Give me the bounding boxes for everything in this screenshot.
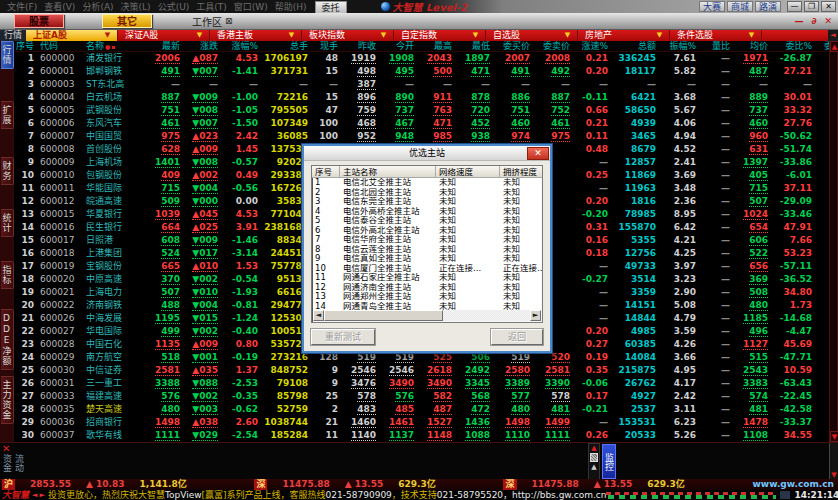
table-row[interactable]: 1600000浦发银行2006▲0874.5317061974819191908… — [14, 52, 829, 65]
column-header[interactable]: 涨速% — [574, 41, 612, 51]
table-row[interactable]: 2600001邯郸钢铁491▼007-1.4137173115498495500… — [14, 65, 829, 78]
chevron-down-icon[interactable]: ▼ — [473, 30, 478, 41]
menu-item[interactable]: 工具(T) — [196, 2, 227, 12]
panel-scroll-down-icon[interactable]: ▼ — [830, 471, 838, 479]
chevron-down-icon[interactable]: ▼ — [565, 30, 570, 41]
menu-item[interactable]: 分析(A) — [82, 2, 113, 12]
hscroll-left-icon[interactable]: ◄ — [313, 310, 324, 321]
table-row[interactable]: 6600006东风汽车461▼007-1.5010734910046846747… — [14, 117, 829, 130]
column-header[interactable]: 序号 — [14, 41, 38, 51]
column-header[interactable]: 振幅% — [660, 41, 700, 51]
hscroll-right-icon[interactable]: ► — [530, 310, 541, 321]
topbar-button-路演[interactable]: 路演 — [755, 1, 781, 12]
child-minimize-button[interactable]: — — [795, 16, 804, 26]
menu-item[interactable]: 查看(V) — [44, 2, 75, 12]
chevron-down-icon[interactable]: ▼ — [381, 30, 386, 41]
server-row[interactable]: 3电信东莞全推主站未知未知 — [312, 197, 542, 207]
market-tab[interactable]: 条件选股▼ — [670, 30, 762, 41]
market-tab[interactable]: 自选股▼ — [486, 30, 578, 41]
stock-button[interactable]: 股票 — [14, 14, 64, 28]
column-header[interactable]: 最高 — [418, 41, 456, 51]
dialog-hscrollbar[interactable]: ◄ ► — [313, 310, 541, 321]
table-row[interactable]: 5600005武钢股份751▼008-1.0579550547759737763… — [14, 104, 829, 117]
hscroll-thumb[interactable] — [324, 310, 443, 321]
sidebar-tab-行情[interactable]: 行情 — [1, 41, 14, 69]
sidebar-tab-财务[interactable]: 财务 — [1, 157, 14, 185]
column-header[interactable]: 均价 — [734, 41, 772, 51]
tabstrip-scroll-left-icon[interactable]: ◄ — [828, 30, 838, 41]
server-row[interactable]: 10电信厦门全推主站正在连接...正在连接... — [312, 264, 542, 274]
menu-item[interactable]: 帮助(H) — [275, 2, 307, 12]
column-header[interactable]: 代码 — [38, 41, 84, 51]
column-header[interactable]: 委卖价 — [534, 41, 574, 51]
dialog-close-button[interactable]: ✕ — [527, 147, 549, 160]
sidebar-tab-统计[interactable]: 统计 — [1, 209, 14, 237]
server-row[interactable]: 9电信真如全推主站未知未知 — [312, 254, 542, 264]
mini-scroll-thumb[interactable] — [590, 453, 598, 462]
chevron-down-icon[interactable]: ▼ — [749, 30, 754, 41]
retest-button[interactable]: 重新测试 — [311, 329, 375, 345]
column-header[interactable]: 最低 — [456, 41, 494, 51]
weituo-tab[interactable]: 委托 — [315, 1, 347, 13]
server-row[interactable]: 4电信外高桥全推主站未知未知 — [312, 207, 542, 217]
chevron-down-icon[interactable]: ▼ — [657, 30, 662, 41]
dialog-column-header[interactable]: 拥挤程度 — [500, 166, 543, 178]
sidebar-tab-指标[interactable]: 指标 — [1, 261, 14, 289]
table-row[interactable]: 27600033福建高速576▼002-0.358579825578576582… — [14, 390, 829, 403]
ticker-arrows-icon[interactable]: ◄ ► — [32, 490, 45, 500]
server-row[interactable]: 2电信北园全推主站未知未知 — [312, 188, 542, 198]
market-tab[interactable]: 板块指数▼ — [302, 30, 394, 41]
panel-close-icon[interactable]: ✕ — [2, 444, 10, 454]
mini-scroll-up2-icon[interactable]: ▲ — [591, 463, 596, 471]
website-link[interactable]: www.gw.com.cn — [753, 479, 834, 490]
chevron-down-icon[interactable]: ▼ — [105, 30, 110, 41]
market-tab[interactable]: 上证A股▼ — [26, 30, 118, 41]
close-button[interactable]: ✕ — [821, 1, 836, 12]
chevron-down-icon[interactable]: ▼ — [197, 30, 202, 41]
child-restore-button[interactable]: ∂ — [812, 16, 817, 26]
monitor-tab[interactable]: 监控 — [602, 444, 616, 479]
scroll-up-icon[interactable]: ▲ — [830, 41, 838, 52]
panel-mini-scrollbar[interactable]: ▲ ▲ — [588, 443, 600, 480]
chevron-down-icon[interactable]: ▼ — [289, 30, 294, 41]
server-row[interactable]: 8电信云莲全推主站未知未知 — [312, 245, 542, 255]
column-header[interactable]: 最新 — [146, 41, 184, 51]
workspace-pin-icon[interactable]: ⊠ — [225, 16, 233, 26]
server-row[interactable]: 6电信外高北全推主站未知未知 — [312, 226, 542, 236]
table-row[interactable]: 28600035楚天高速480▼003-0.625275924834854874… — [14, 403, 829, 416]
column-header[interactable]: 涨幅% — [222, 41, 262, 51]
column-header[interactable]: 涨跌 — [184, 41, 222, 51]
table-row[interactable]: 7600007中国国贸975▲0232.42360851009529489859… — [14, 130, 829, 143]
table-scrollbar[interactable]: ▲ ▼ — [829, 41, 838, 442]
dialog-column-header[interactable]: 网络速度 — [436, 166, 500, 178]
menu-item[interactable]: 公式(U) — [158, 2, 190, 12]
column-header[interactable]: 委买价 — [494, 41, 534, 51]
server-row[interactable]: 7电信华府全推主站未知未知 — [312, 235, 542, 245]
market-tab[interactable]: 深证A股▼ — [118, 30, 210, 41]
sidebar-tab-扩展[interactable]: 扩展 — [1, 101, 14, 129]
column-header[interactable]: 委比% — [772, 41, 816, 51]
column-header[interactable]: 量比 — [700, 41, 734, 51]
sidebar-tab-主力资金[interactable]: 主力资金 — [1, 376, 14, 424]
dialog-column-header[interactable]: 主站名称 — [340, 166, 436, 178]
table-row[interactable]: 25600030中信证券2581▲0351.378487529254625462… — [14, 364, 829, 377]
menu-item[interactable]: 窗口(W) — [234, 2, 268, 12]
other-button[interactable]: 其它 — [102, 14, 152, 28]
mini-scroll-up-icon[interactable]: ▲ — [591, 444, 596, 452]
table-row[interactable]: 26600031三一重工3388▼088-2.53791089347634903… — [14, 377, 829, 390]
column-header[interactable]: 昨收 — [342, 41, 380, 51]
server-row[interactable]: 11网通石家庄全推主站未知未知 — [312, 273, 542, 283]
column-header[interactable]: 委差 — [816, 41, 829, 51]
back-button[interactable]: 返回 — [491, 329, 543, 345]
server-row[interactable]: 1电信北艾全推主站未知未知 — [312, 178, 542, 188]
market-tab[interactable]: 自定指数▼ — [394, 30, 486, 41]
dialog-column-header[interactable]: 序号 — [312, 166, 340, 178]
flow-funds-tab[interactable]: 流动资金 — [1, 454, 25, 480]
table-row[interactable]: 4600004白云机场887▼009-1.0072216158968909118… — [14, 91, 829, 104]
server-row[interactable]: 12网通济南全推主站未知未知 — [312, 283, 542, 293]
market-tab[interactable]: 房地产▼ — [578, 30, 670, 41]
table-row[interactable]: 29600036招商银行1498▲0382.601038744211460146… — [14, 416, 829, 429]
sidebar-tab-DDE净额[interactable]: DDE净额 — [1, 309, 14, 370]
menu-item[interactable]: 决策(L) — [121, 2, 151, 12]
column-header[interactable]: 名称●▪ — [84, 41, 146, 51]
